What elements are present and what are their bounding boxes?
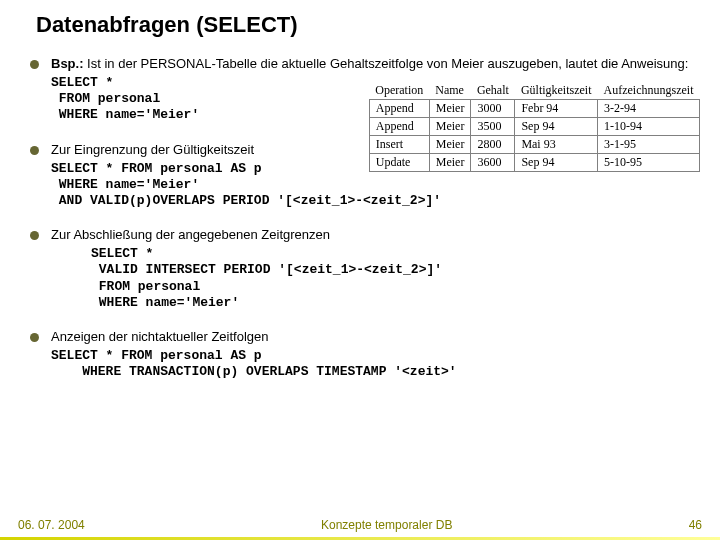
th-gehalt: Gehalt bbox=[471, 82, 515, 100]
th-name: Name bbox=[429, 82, 471, 100]
bullet4-intro: Anzeigen der nichtaktueller Zeitfolgen bbox=[51, 329, 690, 346]
th-operation: Operation bbox=[369, 82, 429, 100]
bullet-3: Zur Abschließung der angegebenen Zeitgre… bbox=[30, 227, 690, 311]
bullet-icon bbox=[30, 146, 39, 155]
bullet3-code: SELECT * VALID INTERSECT PERIOD '[<zeit_… bbox=[91, 246, 690, 311]
footer-center: Konzepte temporaler DB bbox=[321, 518, 452, 532]
slide-footer: 06. 07. 2004 Konzepte temporaler DB 46 bbox=[0, 518, 720, 532]
table-header-row: Operation Name Gehalt Gültigkeitszeit Au… bbox=[369, 82, 699, 100]
table-row: Update Meier 3600 Sep 94 5-10-95 bbox=[369, 154, 699, 172]
bullet1-text: Ist in der PERSONAL-Tabelle die aktuelle… bbox=[84, 56, 689, 71]
table-row: Append Meier 3500 Sep 94 1-10-94 bbox=[369, 118, 699, 136]
bullet-icon bbox=[30, 333, 39, 342]
bullet1-intro: Bsp.: Ist in der PERSONAL-Tabelle die ak… bbox=[51, 56, 690, 73]
table-row: Append Meier 3000 Febr 94 3-2-94 bbox=[369, 100, 699, 118]
bullet-icon bbox=[30, 60, 39, 69]
data-table: Operation Name Gehalt Gültigkeitszeit Au… bbox=[369, 82, 700, 172]
slide-title: Datenabfragen (SELECT) bbox=[36, 12, 690, 38]
bullet4-code: SELECT * FROM personal AS p WHERE TRANSA… bbox=[51, 348, 690, 381]
footer-page: 46 bbox=[689, 518, 702, 532]
bullet-4: Anzeigen der nichtaktueller Zeitfolgen S… bbox=[30, 329, 690, 380]
footer-date: 06. 07. 2004 bbox=[18, 518, 85, 532]
bullet3-intro: Zur Abschließung der angegebenen Zeitgre… bbox=[51, 227, 690, 244]
th-aufz: Aufzeichnungszeit bbox=[598, 82, 700, 100]
bsp-label: Bsp.: bbox=[51, 56, 84, 71]
table-row: Insert Meier 2800 Mai 93 3-1-95 bbox=[369, 136, 699, 154]
bullet-icon bbox=[30, 231, 39, 240]
th-gueltig: Gültigkeitszeit bbox=[515, 82, 598, 100]
